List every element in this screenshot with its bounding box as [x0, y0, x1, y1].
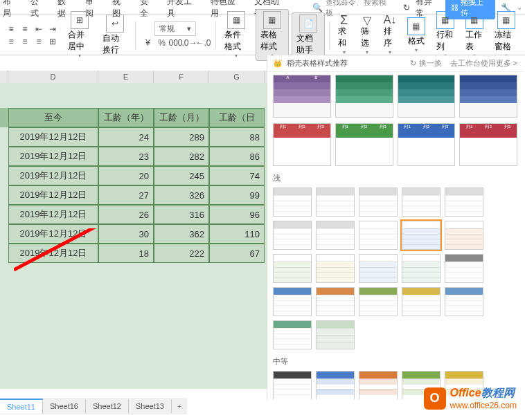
cell[interactable]: 110	[209, 224, 265, 244]
style-thumb[interactable]	[273, 320, 312, 349]
cell[interactable]: 282	[154, 147, 209, 166]
cloud-sync-icon[interactable]: ↻	[403, 3, 410, 12]
dec-decimal-icon[interactable]: ←.0	[197, 37, 208, 48]
style-thumb[interactable]	[273, 254, 312, 283]
cell[interactable]: 245	[154, 166, 209, 185]
filter-button[interactable]: ▽ 筛选 ▾	[357, 13, 377, 57]
menu-formula[interactable]: 公式	[30, 0, 47, 19]
style-thumb[interactable]	[316, 254, 355, 283]
style-thumb[interactable]	[359, 188, 398, 217]
cell[interactable]: 2019年12月12日	[8, 147, 98, 166]
more-link[interactable]: 去工作台使用更多 >	[450, 58, 517, 69]
cell[interactable]: 23	[98, 147, 154, 166]
style-thumb[interactable]	[316, 287, 355, 316]
style-thumb[interactable]	[459, 75, 517, 118]
style-thumb[interactable]: 列1列2列3	[459, 123, 517, 166]
cell[interactable]: 222	[154, 244, 209, 263]
sum-button[interactable]: Σ 求和 ▾	[334, 13, 354, 57]
cell[interactable]: 2019年12月12日	[8, 244, 98, 263]
col-e[interactable]: E	[98, 71, 154, 83]
cell[interactable]: 362	[154, 224, 209, 244]
conditional-format-button[interactable]: ▦ 条件格式 ▾	[220, 10, 252, 60]
style-thumb[interactable]	[445, 221, 483, 250]
cell[interactable]: 326	[154, 185, 209, 205]
style-thumb[interactable]	[445, 188, 483, 217]
col-d[interactable]: D	[8, 71, 98, 83]
cell[interactable]: 67	[209, 244, 265, 263]
col-f[interactable]: F	[154, 71, 209, 83]
sheet-tab[interactable]: Sheet11	[0, 399, 43, 414]
add-sheet-button[interactable]: +	[172, 402, 187, 410]
menu-layout[interactable]: 布局	[3, 0, 19, 19]
style-thumb[interactable]	[316, 221, 355, 250]
style-thumb[interactable]	[402, 188, 441, 217]
table-style-button[interactable]: ▦ 表格样式 ▾	[256, 9, 289, 61]
percent-icon[interactable]: %	[156, 37, 167, 48]
style-thumb[interactable]	[445, 254, 483, 283]
style-thumb[interactable]	[273, 287, 312, 316]
style-thumb[interactable]	[445, 287, 483, 316]
align-top-icon[interactable]: ≡	[6, 24, 17, 35]
style-thumb[interactable]	[402, 221, 441, 250]
style-thumb[interactable]	[316, 320, 355, 349]
style-thumb[interactable]	[402, 287, 441, 316]
indent-inc-icon[interactable]: ⇥	[47, 24, 58, 35]
merge-center-button[interactable]: ⊞ 合并居中 ▾	[64, 10, 96, 60]
inc-decimal-icon[interactable]: .0→	[184, 37, 195, 48]
style-thumb[interactable]	[335, 75, 393, 118]
style-thumb[interactable]	[273, 221, 312, 250]
cell[interactable]: 74	[209, 166, 265, 185]
cell[interactable]: 27	[98, 185, 154, 205]
comma-icon[interactable]: 000	[170, 37, 181, 48]
align-right-icon[interactable]: ≡	[33, 36, 44, 47]
format-button[interactable]: ▦ 格式 ▾	[403, 16, 429, 55]
rowcol-button[interactable]: ▦ 行和列 ▾	[432, 10, 459, 60]
style-thumb[interactable]	[316, 188, 355, 217]
style-thumb[interactable]: AB	[273, 75, 331, 118]
cell[interactable]: 289	[154, 127, 209, 147]
style-thumb[interactable]	[273, 371, 312, 399]
menu-devtools[interactable]: 开发工具	[167, 0, 199, 19]
freeze-button[interactable]: ▦ 冻结窗格 ▾	[490, 10, 522, 60]
indent-dec-icon[interactable]: ⇤	[33, 24, 44, 35]
worksheet[interactable]: D E F G 至今 工龄（年） 工龄（月） 工龄（日 2019年12月12日 …	[0, 71, 267, 389]
cell[interactable]: 2019年12月12日	[8, 224, 98, 244]
style-thumb[interactable]	[359, 221, 398, 250]
worksheet-button[interactable]: ▦ 工作表 ▾	[461, 10, 488, 60]
style-thumb[interactable]	[316, 371, 355, 399]
style-thumb[interactable]	[359, 254, 398, 283]
header-cell[interactable]: 工龄（年）	[98, 108, 154, 127]
style-thumb[interactable]	[359, 287, 398, 316]
style-thumb[interactable]	[359, 371, 398, 399]
style-thumb[interactable]: 列1列2列3	[273, 123, 331, 166]
currency-icon[interactable]: ¥	[142, 37, 153, 48]
header-cell[interactable]: 至今	[8, 108, 98, 127]
align-left-icon[interactable]: ≡	[6, 36, 17, 47]
cell[interactable]: 2019年12月12日	[8, 205, 98, 224]
align-center-icon[interactable]: ≡	[19, 36, 30, 47]
cell[interactable]: 18	[98, 244, 154, 263]
cell[interactable]: 30	[98, 224, 154, 244]
align-mid-icon[interactable]: ≡	[19, 24, 30, 35]
cell[interactable]: 2019年12月12日	[8, 185, 98, 205]
style-thumb[interactable]: 列1列2列3	[335, 123, 393, 166]
sheet-tab[interactable]: Sheet13	[129, 399, 172, 413]
cell[interactable]: 20	[98, 166, 154, 185]
cell[interactable]: 316	[154, 205, 209, 224]
style-thumb[interactable]	[273, 188, 312, 217]
sort-button[interactable]: A↓ 排序 ▾	[380, 13, 400, 57]
style-thumb[interactable]	[398, 75, 456, 118]
cell[interactable]: 26	[98, 205, 154, 224]
sheet-tab[interactable]: Sheet16	[43, 399, 86, 413]
cell[interactable]: 88	[209, 127, 265, 147]
cell[interactable]: 86	[209, 147, 265, 166]
cell[interactable]: 96	[209, 205, 265, 224]
cell[interactable]: 2019年12月12日	[8, 166, 98, 185]
col-g[interactable]: G	[209, 71, 265, 83]
number-format-select[interactable]: 常规▾	[154, 21, 196, 36]
merge-split-icon[interactable]: ⊞	[47, 36, 58, 47]
header-cell[interactable]: 工龄（月）	[154, 108, 209, 127]
menu-security[interactable]: 安全	[140, 0, 157, 19]
cell[interactable]: 24	[98, 127, 154, 147]
sheet-tab[interactable]: Sheet12	[86, 399, 129, 413]
